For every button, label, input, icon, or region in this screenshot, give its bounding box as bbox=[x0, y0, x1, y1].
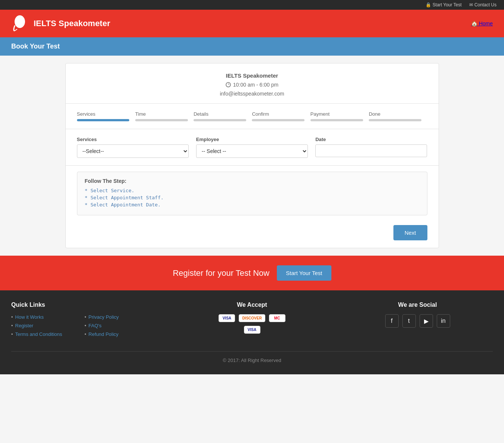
steps-bar: Services Time Details Confirm Payment Do… bbox=[66, 104, 439, 129]
book-header: Book Your Test bbox=[0, 37, 504, 56]
services-select[interactable]: --Select-- bbox=[77, 144, 189, 158]
date-input[interactable]: 05/18/2018 bbox=[315, 144, 427, 157]
card-info: IELTS Speakometer 10:00 am - 6:00 pm inf… bbox=[66, 63, 439, 104]
step-time-label: Time bbox=[135, 111, 146, 117]
link-faq: FAQ's bbox=[84, 323, 118, 328]
link-privacy: Privacy Policy bbox=[84, 314, 118, 320]
step-confirm: Confirm bbox=[252, 111, 310, 121]
step-done: Done bbox=[369, 111, 427, 121]
link-refund: Refund Policy bbox=[84, 331, 118, 337]
employee-label: Employee bbox=[196, 137, 308, 142]
facebook-icon[interactable]: f bbox=[385, 314, 399, 328]
quick-links-list-1: How it Works Register Terms and Conditio… bbox=[11, 314, 62, 340]
step-done-bar bbox=[369, 119, 421, 121]
step-details-bar bbox=[194, 119, 246, 121]
page-content: Book Your Test IELTS Speakometer 10:00 a… bbox=[0, 37, 504, 374]
email: info@ieltsspeakometer.com bbox=[73, 91, 431, 97]
company-name: IELTS Speakometer bbox=[73, 72, 431, 79]
social-col: We are Social f t ▶ in bbox=[342, 302, 493, 340]
copyright: © 2017: All Right Reserved bbox=[223, 358, 281, 363]
next-button[interactable]: Next bbox=[393, 225, 427, 240]
home-link[interactable]: 🏠 Home bbox=[471, 21, 493, 26]
step-payment: Payment bbox=[310, 111, 369, 121]
payment-icons-row1: VISA DISCOVER MC bbox=[177, 314, 327, 322]
header-nav: 🏠 Home bbox=[471, 21, 493, 26]
instruction-item-3: Select Appointment Date. bbox=[85, 202, 420, 208]
footer-bottom: © 2017: All Right Reserved bbox=[11, 351, 493, 363]
quick-links-col: Quick Links How it Works Register Terms … bbox=[11, 302, 162, 340]
logo: IELTS Speakometer bbox=[11, 14, 110, 33]
twitter-icon[interactable]: t bbox=[402, 314, 416, 328]
step-services: Services bbox=[77, 111, 135, 121]
date-label: Date bbox=[315, 137, 427, 142]
services-group: Services --Select-- bbox=[77, 137, 189, 158]
form-row: Services --Select-- Employee -- Select -… bbox=[77, 137, 427, 158]
hours: 10:00 am - 6:00 pm bbox=[73, 82, 431, 88]
quick-links-title: Quick Links bbox=[11, 302, 162, 308]
button-area: Next bbox=[66, 221, 439, 240]
home-icon: 🏠 bbox=[471, 21, 477, 26]
step-details-label: Details bbox=[194, 111, 208, 117]
date-group: Date 05/18/2018 bbox=[315, 137, 427, 157]
header: IELTS Speakometer 🏠 Home bbox=[0, 10, 504, 37]
step-payment-label: Payment bbox=[310, 111, 330, 117]
main-card: IELTS Speakometer 10:00 am - 6:00 pm inf… bbox=[65, 63, 439, 248]
cta-text: Register for your Test Now bbox=[173, 268, 269, 278]
booking-form: Services --Select-- Employee -- Select -… bbox=[66, 129, 439, 166]
we-accept-col: We Accept VISA DISCOVER MC VISA bbox=[177, 302, 327, 340]
svg-point-0 bbox=[15, 15, 25, 28]
step-done-label: Done bbox=[369, 111, 380, 117]
employee-group: Employee -- Select -- bbox=[196, 137, 308, 158]
instructions-box: Follow The Step: Select Service. Select … bbox=[77, 172, 427, 215]
link-terms: Terms and Conditions bbox=[11, 331, 62, 337]
contact-us-link[interactable]: ✉ Contact Us bbox=[469, 2, 497, 7]
start-your-test-link[interactable]: 🔒 Start Your Test bbox=[426, 2, 462, 7]
step-payment-bar bbox=[310, 119, 363, 121]
services-label: Services bbox=[77, 137, 189, 142]
book-header-title: Book Your Test bbox=[11, 43, 60, 50]
we-accept-title: We Accept bbox=[177, 302, 327, 308]
visa-card: VISA bbox=[219, 314, 235, 322]
step-confirm-bar bbox=[252, 119, 304, 121]
footer: Quick Links How it Works Register Terms … bbox=[0, 290, 504, 374]
clock-icon bbox=[226, 82, 231, 87]
employee-select[interactable]: -- Select -- bbox=[196, 144, 308, 158]
footer-top: Quick Links How it Works Register Terms … bbox=[11, 302, 493, 340]
linkedin-icon[interactable]: in bbox=[437, 314, 450, 328]
lock-icon: 🔒 bbox=[426, 2, 431, 7]
cta-banner: Register for your Test Now Start Your Te… bbox=[0, 256, 504, 290]
step-details: Details bbox=[194, 111, 252, 121]
footer-quick-links: How it Works Register Terms and Conditio… bbox=[11, 314, 162, 340]
mail-icon: ✉ bbox=[469, 2, 473, 7]
instruction-item-2: Select Appointment Staff. bbox=[85, 195, 420, 200]
instructions-title: Follow The Step: bbox=[85, 178, 420, 184]
quick-links-list-2: Privacy Policy FAQ's Refund Policy bbox=[84, 314, 118, 340]
step-services-label: Services bbox=[77, 111, 96, 117]
step-services-bar bbox=[77, 119, 130, 121]
step-confirm-label: Confirm bbox=[252, 111, 269, 117]
mastercard-card: MC bbox=[269, 314, 285, 322]
visa-card-2: VISA bbox=[244, 326, 260, 334]
brand-name: IELTS Speakometer bbox=[34, 19, 110, 28]
link-register: Register bbox=[11, 323, 62, 328]
start-your-test-button[interactable]: Start Your Test bbox=[277, 265, 331, 281]
payment-icons-row2: VISA bbox=[177, 326, 327, 334]
logo-icon bbox=[11, 14, 30, 33]
instructions-list: Select Service. Select Appointment Staff… bbox=[85, 188, 420, 208]
step-time-bar bbox=[135, 119, 188, 121]
instruction-item-1: Select Service. bbox=[85, 188, 420, 193]
link-how-it-works: How it Works bbox=[11, 314, 62, 320]
discover-card: DISCOVER bbox=[239, 314, 265, 322]
top-bar: 🔒 Start Your Test ✉ Contact Us bbox=[0, 0, 504, 10]
youtube-icon[interactable]: ▶ bbox=[420, 314, 433, 328]
social-title: We are Social bbox=[342, 302, 493, 308]
step-time: Time bbox=[135, 111, 194, 121]
social-icons: f t ▶ in bbox=[342, 314, 493, 328]
